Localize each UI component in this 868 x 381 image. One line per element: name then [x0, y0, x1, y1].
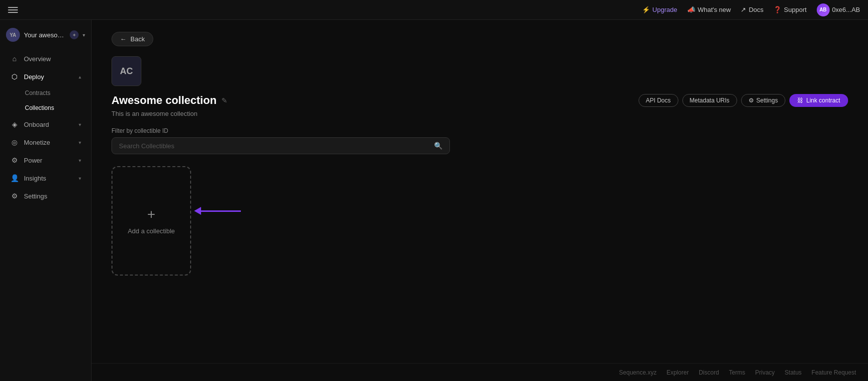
overview-icon: ⌂	[10, 55, 19, 63]
plus-icon: +	[147, 207, 155, 221]
footer-explorer[interactable]: Explorer	[666, 369, 689, 376]
settings-button[interactable]: ⚙ Settings	[741, 94, 785, 107]
link-icon: ↗	[741, 6, 746, 13]
topbar-right: ⚡ Upgrade 📣 What's new ↗ Docs ❓ Support …	[642, 3, 860, 16]
topbar-left	[8, 5, 18, 15]
whats-new-button[interactable]: 📣 What's new	[687, 6, 731, 13]
user-menu[interactable]: AB 0xe6...AB	[817, 3, 860, 16]
workspace-name: Your awesom...	[24, 31, 66, 39]
megaphone-icon: 📣	[687, 6, 695, 13]
arrow-head	[194, 207, 201, 215]
help-icon: ❓	[773, 6, 781, 13]
collection-title: Awesome collection	[111, 94, 217, 107]
sidebar-item-overview[interactable]: ⌂ Overview	[3, 50, 88, 67]
gear-icon: ⚙	[749, 97, 754, 104]
content-area: ← Back AC Awesome collection ✎ API Docs …	[92, 20, 868, 381]
metadata-uris-button[interactable]: Metadata URIs	[682, 94, 737, 107]
back-button[interactable]: ← Back	[111, 32, 153, 46]
footer-privacy[interactable]: Privacy	[755, 369, 774, 376]
footer-discord[interactable]: Discord	[699, 369, 719, 376]
support-button[interactable]: ❓ Support	[773, 6, 807, 13]
sidebar-item-insights[interactable]: 👤 Insights ▾	[3, 170, 88, 187]
footer-terms[interactable]: Terms	[729, 369, 746, 376]
api-docs-button[interactable]: API Docs	[639, 94, 678, 107]
workspace-selector[interactable]: YA Your awesom... ✦ ▾	[0, 24, 91, 46]
footer-sequence[interactable]: Sequence.xyz	[619, 369, 656, 376]
collection-description: This is an awesome collection	[111, 110, 848, 117]
onboard-icon: ◈	[10, 120, 19, 128]
sidebar-item-collections[interactable]: Collections	[3, 101, 88, 115]
workspace-avatar: YA	[6, 28, 20, 42]
chevron-down-icon: ▾	[79, 158, 81, 163]
sidebar-item-onboard[interactable]: ◈ Onboard ▾	[3, 116, 88, 133]
bolt-icon: ⚡	[642, 6, 650, 13]
header-actions: API Docs Metadata URIs ⚙ Settings ⛓ Link…	[639, 94, 848, 107]
sidebar: YA Your awesom... ✦ ▾ ⌂ Overview ⬡ Deplo…	[0, 20, 92, 381]
collection-avatar: AC	[111, 56, 141, 86]
main-layout: YA Your awesom... ✦ ▾ ⌂ Overview ⬡ Deplo…	[0, 20, 868, 381]
search-bar: 🔍	[111, 137, 450, 154]
sidebar-item-monetize[interactable]: ◎ Monetize ▾	[3, 134, 88, 151]
chevron-down-icon: ▾	[79, 176, 81, 181]
insights-icon: 👤	[10, 174, 19, 182]
link-icon: ⛓	[797, 97, 803, 104]
footer-status[interactable]: Status	[785, 369, 802, 376]
collectibles-row: + Add a collectible	[111, 166, 848, 276]
footer-feature-request[interactable]: Feature Request	[812, 369, 856, 376]
chevron-down-icon: ▾	[83, 32, 85, 38]
collection-header: Awesome collection ✎ API Docs Metadata U…	[111, 94, 848, 107]
chevron-down-icon: ▾	[79, 122, 81, 127]
deploy-icon: ⬡	[10, 73, 19, 81]
sidebar-item-power[interactable]: ⚙ Power ▾	[3, 152, 88, 169]
search-input[interactable]	[119, 142, 434, 150]
sidebar-item-settings[interactable]: ⚙ Settings	[3, 188, 88, 204]
docs-button[interactable]: ↗ Docs	[741, 6, 763, 13]
topbar: ⚡ Upgrade 📣 What's new ↗ Docs ❓ Support …	[0, 0, 868, 20]
arrow-left-icon: ←	[120, 35, 126, 43]
arrow-line	[201, 210, 241, 212]
arrow-indicator	[195, 207, 241, 215]
avatar: AB	[817, 3, 830, 16]
workspace-badge: ✦	[70, 30, 79, 39]
sidebar-item-deploy[interactable]: ⬡ Deploy ▴	[3, 68, 88, 85]
upgrade-button[interactable]: ⚡ Upgrade	[642, 6, 677, 13]
content-inner: ← Back AC Awesome collection ✎ API Docs …	[92, 20, 868, 363]
add-collectible-card[interactable]: + Add a collectible	[111, 166, 191, 276]
collection-title-area: Awesome collection ✎	[111, 94, 227, 107]
settings-icon: ⚙	[10, 192, 19, 200]
filter-label: Filter by collectible ID	[111, 127, 848, 134]
menu-icon[interactable]	[8, 5, 18, 15]
chevron-down-icon: ▾	[79, 140, 81, 145]
power-icon: ⚙	[10, 156, 19, 164]
link-contract-button[interactable]: ⛓ Link contract	[789, 94, 848, 107]
sidebar-item-contracts[interactable]: Contracts	[3, 86, 88, 100]
footer: Sequence.xyz Explorer Discord Terms Priv…	[92, 363, 868, 381]
search-icon[interactable]: 🔍	[434, 142, 442, 150]
edit-icon[interactable]: ✎	[221, 96, 227, 104]
monetize-icon: ◎	[10, 138, 19, 146]
chevron-up-icon: ▴	[79, 74, 81, 80]
